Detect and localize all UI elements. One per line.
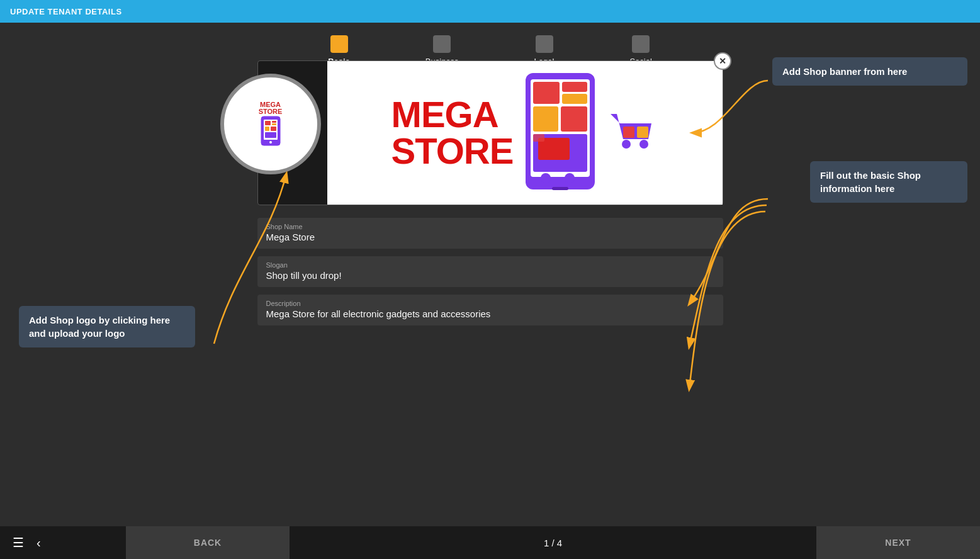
- svg-rect-13: [562, 94, 587, 104]
- phone-svg: [519, 70, 601, 196]
- slogan-label: Slogan: [266, 261, 714, 269]
- next-button[interactable]: NEXT: [816, 526, 980, 559]
- svg-rect-24: [637, 127, 648, 138]
- svg-rect-23: [623, 127, 634, 138]
- description-field[interactable]: Description Mega Store for all electroni…: [257, 295, 723, 325]
- back-button[interactable]: BACK: [126, 526, 290, 559]
- back-arrow-icon[interactable]: ‹: [37, 536, 41, 550]
- shop-name-field[interactable]: Shop Name Mega Store: [257, 218, 723, 249]
- page-label: 1 / 4: [544, 538, 562, 548]
- banner-mega-text: MEGA: [391, 96, 514, 133]
- svg-rect-12: [562, 82, 587, 92]
- banner-area[interactable]: ✕ MEGA STORE ✕: [257, 60, 723, 205]
- svg-rect-5: [265, 127, 269, 131]
- description-value: Mega Store for all electronic gadgets an…: [266, 308, 714, 319]
- svg-point-25: [622, 140, 631, 149]
- main-content: Basic Business Legal Social ✕ MEGA STORE: [0, 23, 980, 526]
- bottom-left-icons: ☰ ‹: [0, 535, 126, 550]
- svg-rect-4: [272, 123, 276, 125]
- svg-rect-6: [271, 127, 276, 131]
- svg-point-17: [541, 173, 551, 183]
- close-banner-button[interactable]: ✕: [714, 52, 731, 70]
- banner-store-text: STORE: [391, 133, 514, 169]
- back-button-label: BACK: [194, 538, 222, 548]
- basic-info-tooltip: Fill out the basic Shop information here: [810, 161, 967, 203]
- shop-name-label: Shop Name: [266, 223, 714, 230]
- next-button-label: NEXT: [885, 538, 911, 548]
- svg-rect-11: [533, 82, 560, 104]
- step-business-icon: [433, 35, 451, 53]
- bottom-bar: ☰ ‹ BACK 1 / 4 NEXT: [0, 526, 980, 559]
- svg-rect-21: [552, 187, 568, 190]
- logo-phone-icon: [258, 115, 283, 147]
- banner-phone-graphic: [519, 70, 601, 196]
- slogan-value: Shop till you drop!: [266, 270, 714, 281]
- svg-point-26: [639, 140, 648, 149]
- banner-image[interactable]: MEGA STORE: [327, 61, 723, 205]
- svg-point-18: [565, 173, 575, 183]
- logo-tooltip: Add Shop logo by clicking here and uploa…: [19, 306, 195, 347]
- svg-rect-15: [561, 106, 587, 132]
- shop-logo[interactable]: ✕ MEGA STORE: [220, 74, 321, 174]
- cart-svg: [607, 108, 658, 158]
- svg-point-8: [269, 141, 272, 144]
- svg-rect-20: [533, 134, 544, 142]
- svg-rect-2: [265, 121, 271, 125]
- shop-name-value: Mega Store: [266, 232, 714, 242]
- top-bar: UPDATE TENANT DETAILS: [0, 0, 980, 23]
- page-title: UPDATE TENANT DETAILS: [10, 7, 122, 16]
- banner-text: MEGA STORE: [391, 96, 514, 169]
- description-label: Description: [266, 300, 714, 307]
- svg-rect-14: [533, 106, 558, 132]
- step-basic-icon: [330, 35, 348, 53]
- page-indicator: 1 / 4: [290, 538, 816, 548]
- svg-rect-7: [265, 132, 276, 138]
- step-legal-icon: [536, 35, 553, 53]
- slogan-field[interactable]: Slogan Shop till you drop!: [257, 256, 723, 287]
- banner-tooltip: Add Shop banner from here: [772, 57, 967, 86]
- form-area: Shop Name Mega Store Slogan Shop till yo…: [257, 218, 723, 325]
- menu-icon[interactable]: ☰: [13, 535, 24, 550]
- step-social-icon: [632, 35, 650, 53]
- cart-graphic: [607, 108, 658, 158]
- svg-rect-3: [272, 121, 276, 123]
